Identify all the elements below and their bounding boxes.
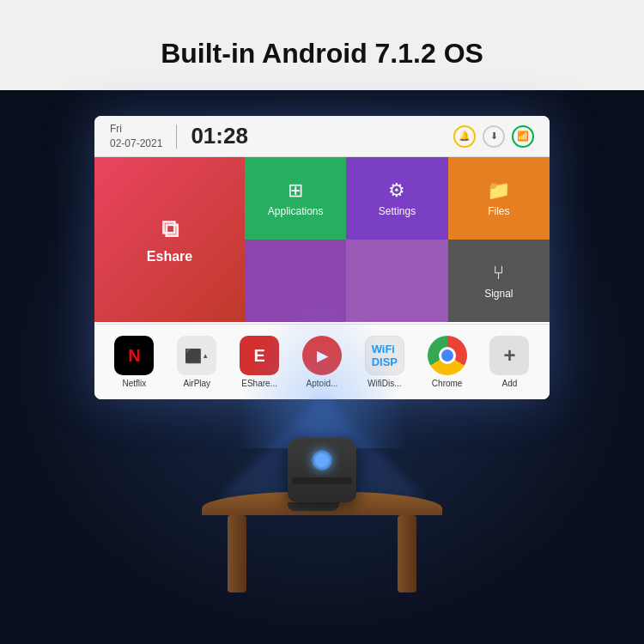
table-leg-right (398, 515, 416, 592)
app-chrome[interactable]: Chrome (428, 336, 467, 388)
projector-lens (312, 450, 332, 471)
applications-icon: ⊞ (288, 179, 303, 202)
bell-icon: 🔔 (453, 125, 476, 148)
netflix-label: Netflix (123, 379, 147, 388)
screen-topbar: Fri 02-07-2021 01:28 🔔 ⬇ 📶 (94, 116, 550, 157)
app-eshare[interactable]: E EShare... (240, 336, 279, 388)
title-area: Built-in Android 7.1.2 OS (0, 0, 644, 90)
screen-date: Fri 02-07-2021 (110, 122, 162, 151)
datetime-area: Fri 02-07-2021 01:28 (110, 122, 248, 151)
app-add[interactable]: + Add (489, 336, 529, 388)
chrome-label: Chrome (432, 379, 463, 388)
app-airplay[interactable]: ⬛▲ AirPlay (177, 336, 216, 388)
files-icon: 📁 (487, 179, 510, 202)
wifidis-label: WifiDis... (368, 379, 401, 388)
applications-tile[interactable]: ⊞ Applications (245, 157, 346, 240)
eshare-label: Eshare (147, 249, 192, 264)
signal-label: Signal (484, 288, 513, 300)
empty-tile-1 (245, 240, 346, 322)
screen-body: ⧉ Eshare ⊞ Applications ⚙ Settings 📁 (94, 157, 550, 322)
add-icon: + (489, 336, 529, 375)
empty-tile-2 (346, 240, 447, 322)
applications-label: Applications (268, 205, 324, 217)
projected-screen: Fri 02-07-2021 01:28 🔔 ⬇ 📶 ⧉ Eshare (94, 116, 550, 399)
airplay-icon: ⬛▲ (177, 336, 216, 375)
files-label: Files (488, 205, 509, 217)
tiles-grid: ⊞ Applications ⚙ Settings 📁 Files ⑂ Sign… (245, 157, 550, 322)
eshare-tile[interactable]: ⧉ Eshare (94, 157, 245, 322)
download-icon: ⬇ (483, 125, 505, 148)
netflix-icon: N (114, 336, 154, 375)
app-netflix[interactable]: N Netflix (114, 336, 154, 388)
aptoid-label: Aptoid... (307, 379, 338, 388)
screen-apps-row: N Netflix ⬛▲ AirPlay E EShare... ▶ Aptoi… (94, 324, 550, 399)
wifi-icon: 📶 (512, 125, 534, 148)
settings-label: Settings (379, 205, 416, 217)
eshare-app-icon: E (240, 336, 279, 375)
eshare-icon: ⧉ (161, 216, 179, 244)
signal-icon: ⑂ (493, 262, 504, 284)
signal-tile[interactable]: ⑂ Signal (448, 240, 550, 322)
add-label: Add (502, 379, 518, 388)
projector-device (288, 438, 356, 511)
aptoid-icon: ▶ (302, 336, 342, 375)
scene: Fri 02-07-2021 01:28 🔔 ⬇ 📶 ⧉ Eshare (0, 90, 644, 644)
app-aptoid[interactable]: ▶ Aptoid... (302, 336, 342, 388)
table-leg-left (228, 515, 246, 592)
topbar-divider (176, 125, 177, 149)
settings-tile[interactable]: ⚙ Settings (346, 157, 447, 240)
table-legs (202, 515, 442, 592)
projector-body (288, 438, 356, 502)
airplay-label: AirPlay (183, 379, 210, 388)
eshare-app-label: EShare... (241, 379, 277, 388)
chrome-icon (428, 336, 467, 375)
page-title: Built-in Android 7.1.2 OS (0, 29, 644, 73)
app-wifidis[interactable]: WiFiDISP WifiDis... (365, 336, 404, 388)
chrome-inner-circle (439, 347, 456, 364)
topbar-icons: 🔔 ⬇ 📶 (453, 125, 534, 148)
wifidis-icon: WiFiDISP (365, 336, 404, 375)
projector-base (288, 502, 339, 511)
screen-time: 01:28 (191, 123, 248, 149)
settings-icon: ⚙ (388, 179, 405, 202)
projector-strip (292, 477, 352, 484)
files-tile[interactable]: 📁 Files (448, 157, 550, 240)
